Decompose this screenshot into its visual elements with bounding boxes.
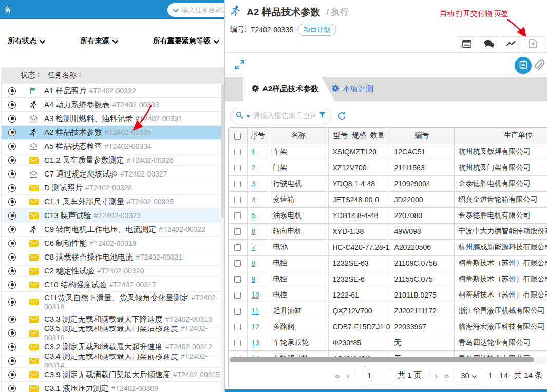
task-row[interactable]: C1.2 叉车质量参数测定#T2402-00326 [2, 153, 221, 167]
task-status-radio[interactable] [8, 316, 16, 323]
fullscreen-expand-icon[interactable] [234, 59, 246, 70]
row-number-link[interactable]: 3 [252, 180, 256, 188]
task-status-radio[interactable] [8, 115, 16, 123]
task-row[interactable]: C1.1 叉车外部尺寸测量#T2402-00325 [2, 195, 221, 209]
sort-icon[interactable] [36, 71, 41, 80]
first-page-button[interactable]: « [335, 370, 341, 380]
task-status-radio[interactable] [8, 343, 16, 351]
row-number-link[interactable]: 10 [252, 291, 260, 299]
row-number-link[interactable]: 1 [252, 148, 256, 156]
task-name[interactable]: C1.2 叉车质量参数测定 [44, 155, 124, 164]
row-number-link[interactable]: 8 [252, 259, 256, 267]
task-row[interactable]: D 测试照片#T2402-00328 [2, 181, 221, 195]
task-row[interactable]: A1 样品照片#T2402-00332 [2, 84, 221, 98]
row-checkbox[interactable] [234, 212, 241, 219]
row-checkbox[interactable] [234, 244, 241, 251]
task-name[interactable]: C3.2 测定无载和满载最大起升速度 [44, 342, 163, 351]
report-search-input[interactable]: 请输入报告编号查询 [230, 108, 331, 124]
task-search-input[interactable]: 输入任务名称进行 [167, 3, 224, 17]
task-status-radio[interactable] [8, 212, 16, 220]
row-number-link[interactable]: 7 [252, 243, 256, 251]
task-status-radio[interactable] [8, 198, 16, 206]
task-status-radio[interactable] [8, 101, 16, 109]
task-name[interactable]: A5 样品状态检查 [44, 142, 102, 150]
task-status-radio[interactable] [8, 170, 16, 178]
task-row[interactable]: C3.5 测定无载和满载最大门架后移速度#T2402-00316 [2, 326, 221, 340]
refresh-icon[interactable] [337, 112, 346, 120]
task-status-radio[interactable] [8, 267, 16, 275]
row-checkbox[interactable] [234, 308, 241, 315]
project-plan-tag[interactable]: 项目计划 [297, 24, 336, 36]
task-row[interactable]: C7 通过规定爬坡试验#T2402-00327 [2, 167, 221, 181]
column-header-status[interactable]: 状态 [21, 71, 41, 80]
sort-icon[interactable] [78, 71, 82, 80]
task-name[interactable]: A1 样品照片 [44, 86, 87, 95]
row-checkbox[interactable] [234, 228, 241, 235]
row-number-link[interactable]: 13 [252, 339, 260, 347]
task-name[interactable]: C11货叉自然下滑量、货叉倾角变化量测定 [44, 293, 188, 302]
filter-source-dropdown[interactable]: 所有来源 [81, 36, 118, 46]
task-status-radio[interactable] [8, 298, 16, 306]
task-name[interactable]: A4 动力系统参数表 [44, 100, 110, 109]
row-checkbox[interactable] [234, 340, 241, 346]
scrollbar-thumb[interactable] [230, 357, 534, 362]
task-name[interactable]: C9 转向电机工作电压、电流测定 [44, 225, 156, 233]
row-checkbox[interactable] [234, 292, 241, 299]
task-row[interactable]: C3.3 测定无载和满载最大下降速度#T2402-00313 [2, 312, 221, 326]
task-name[interactable]: C8 满载联合操作电池电流 [44, 252, 133, 261]
scrollbar-thumb[interactable] [221, 84, 224, 218]
horizontal-scrollbar[interactable] [229, 357, 547, 363]
next-page-button[interactable]: › [435, 370, 438, 380]
row-checkbox[interactable] [234, 260, 241, 267]
row-number-link[interactable]: 6 [252, 227, 256, 236]
task-status-radio[interactable] [8, 226, 16, 233]
task-status-radio[interactable] [8, 357, 16, 365]
row-checkbox[interactable] [234, 276, 241, 283]
task-row[interactable]: C10 结构强度试验#T2402-00317 [2, 278, 221, 292]
comments-button[interactable] [479, 36, 499, 53]
filter-status-dropdown[interactable]: 所有状态 [8, 36, 45, 46]
task-status-radio[interactable] [8, 253, 16, 261]
task-name[interactable]: D 测试照片 [44, 183, 83, 192]
detail-form-button[interactable] [457, 36, 477, 53]
prev-page-button[interactable]: ‹ [347, 370, 350, 380]
task-name[interactable]: A3 检测用燃料、油料记录 [44, 114, 133, 123]
select-all-checkbox[interactable] [234, 133, 241, 140]
row-number-link[interactable]: 5 [252, 211, 256, 220]
row-number-link[interactable]: 12 [252, 323, 260, 331]
row-number-link[interactable]: 11 [252, 307, 259, 315]
column-header-task-name[interactable]: 任务名称 [48, 71, 82, 80]
row-checkbox[interactable] [234, 181, 241, 187]
task-row[interactable]: C3.2 测定无载和满载最大起升速度#T2402-00312 [2, 340, 221, 354]
task-row[interactable]: A5 样品状态检查#T2402-00334 [2, 140, 221, 153]
deliverable-upload-button[interactable] [523, 36, 543, 53]
task-name[interactable]: C13 噪声试验 [44, 211, 91, 220]
chevron-down-icon[interactable] [246, 111, 250, 121]
task-status-radio[interactable] [8, 143, 16, 150]
task-row[interactable]: A4 动力系统参数表#T2402-00333 [2, 98, 221, 112]
task-row[interactable]: C11货叉自然下滑量、货叉倾角变化量测定#T2402-00318 [2, 292, 221, 312]
row-checkbox[interactable] [234, 324, 241, 330]
task-row[interactable]: C8 满载联合操作电池电流#T2402-00321 [2, 250, 221, 264]
page-number-input[interactable] [363, 368, 391, 382]
task-status-radio[interactable] [8, 184, 16, 192]
task-row[interactable]: A2 样品技术参数#T2402-00335 [2, 126, 221, 140]
activity-chart-button[interactable] [501, 36, 521, 53]
task-list-scrollbar[interactable] [221, 84, 224, 392]
task-name[interactable]: C3.3 测定无载和满载最大下降速度 [44, 315, 163, 323]
task-row[interactable]: C3.4 测定无载和满载最大门架前移速度#T2402-00314 [2, 354, 221, 368]
task-row[interactable]: C13 噪声试验#T2402-00323 [2, 209, 221, 223]
attachment-paperclip-icon[interactable] [533, 59, 545, 72]
deliverable-list-button[interactable] [515, 57, 532, 74]
task-status-radio[interactable] [8, 156, 16, 164]
tab-a2-sample-parameters[interactable]: A2样品技术参数 [243, 77, 335, 101]
row-checkbox[interactable] [234, 165, 241, 171]
task-name[interactable]: C7 通过规定爬坡试验 [44, 169, 118, 178]
task-name[interactable]: C3.9 测定无载满载门架最大后倾速度 [44, 370, 171, 379]
task-name[interactable]: A2 样品技术参数 [44, 128, 102, 136]
task-row[interactable]: C3.1 液压压力测定#T2402-00309 [2, 382, 221, 392]
task-status-radio[interactable] [8, 329, 16, 337]
task-name[interactable]: C1.1 叉车外部尺寸测量 [44, 197, 124, 206]
filter-funnel-icon[interactable] [319, 111, 326, 121]
task-row[interactable]: C9 转向电机工作电压、电流测定#T2402-00322 [2, 223, 221, 237]
